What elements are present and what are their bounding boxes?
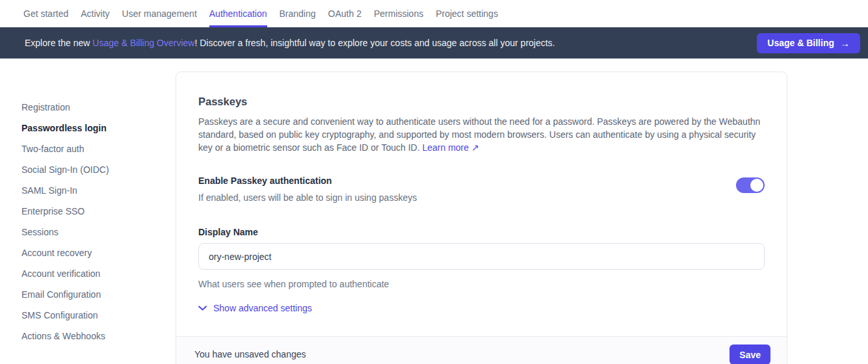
nav-tab-get-started[interactable]: Get started: [23, 0, 68, 27]
usage-billing-overview-link[interactable]: Usage & Billing Overview: [92, 38, 194, 48]
nav-tab-activity[interactable]: Activity: [81, 0, 109, 27]
learn-more-link[interactable]: Learn more ↗: [422, 142, 479, 153]
sidebar-item-email-configuration[interactable]: Email Configuration: [21, 289, 164, 301]
show-advanced-settings-label: Show advanced settings: [213, 303, 312, 313]
nav-tab-user-management[interactable]: User management: [122, 0, 197, 27]
learn-more-label: Learn more: [422, 142, 469, 153]
banner-message: Explore the new Usage & Billing Overview…: [25, 38, 757, 48]
sidebar-item-social-sign-in-oidc-[interactable]: Social Sign-In (OIDC): [21, 164, 164, 176]
sidebar-item-passwordless-login[interactable]: Passwordless login: [21, 122, 164, 135]
sidebar-item-saml-sign-in[interactable]: SAML Sign-In: [21, 185, 164, 197]
external-link-icon: ↗: [471, 142, 479, 153]
sidebar-item-account-verification[interactable]: Account verification: [21, 268, 164, 280]
passkeys-card: Passkeys Passkeys are a secure and conve…: [176, 72, 787, 364]
banner-text-prefix: Explore the new: [25, 38, 92, 48]
banner-text-suffix: ! Discover a fresh, insightful way to ex…: [194, 38, 555, 48]
sidebar-item-account-recovery[interactable]: Account recovery: [21, 247, 164, 259]
nav-tab-permissions[interactable]: Permissions: [374, 0, 423, 27]
description-text: Passkeys are a secure and convenient way…: [198, 116, 760, 153]
show-advanced-settings[interactable]: Show advanced settings: [198, 303, 312, 313]
enable-passkey-row: Enable Passkey authentication If enabled…: [198, 176, 765, 203]
sidebar-item-sessions[interactable]: Sessions: [21, 226, 164, 239]
display-name-help: What users see when prompted to authenti…: [198, 279, 765, 289]
section-description: Passkeys are a secure and convenient way…: [198, 115, 765, 154]
display-name-field: Display Name What users see when prompte…: [198, 227, 765, 289]
sidebar-item-actions-webhooks[interactable]: Actions & Webhooks: [21, 330, 164, 343]
section-title: Passkeys: [198, 96, 765, 108]
save-bar: You have unsaved changes Save: [176, 336, 787, 364]
sidebar-item-two-factor-auth[interactable]: Two-factor auth: [21, 143, 164, 155]
nav-tab-branding[interactable]: Branding: [280, 0, 316, 27]
app-root: Get startedActivityUser managementAuthen…: [0, 0, 868, 364]
usage-billing-button-label: Usage & Billing: [767, 38, 834, 48]
usage-billing-banner: Explore the new Usage & Billing Overview…: [0, 27, 868, 58]
unsaved-changes-status: You have unsaved changes: [194, 344, 306, 364]
chevron-down-icon: [198, 306, 207, 311]
display-name-label: Display Name: [198, 227, 765, 237]
enable-passkey-label: Enable Passkey authentication: [198, 176, 417, 186]
toggle-knob: [750, 179, 763, 192]
display-name-input[interactable]: [198, 243, 765, 270]
save-button[interactable]: Save: [730, 344, 770, 364]
sidebar-item-registration[interactable]: Registration: [21, 101, 164, 114]
enable-passkey-help: If enabled, users will be able to sign i…: [198, 192, 417, 203]
nav-tab-authentication[interactable]: Authentication: [209, 0, 267, 27]
enable-passkey-toggle[interactable]: [736, 177, 765, 193]
nav-tab-oauth-2[interactable]: OAuth 2: [328, 0, 362, 27]
enable-passkey-texts: Enable Passkey authentication If enabled…: [198, 176, 417, 203]
arrow-right-icon: →: [840, 38, 850, 49]
usage-billing-button[interactable]: Usage & Billing →: [757, 33, 860, 53]
sidebar-item-sms-configuration[interactable]: SMS Configuration: [21, 309, 164, 322]
settings-sidebar: RegistrationPasswordless loginTwo-factor…: [21, 101, 164, 351]
top-nav: Get startedActivityUser managementAuthen…: [0, 0, 868, 27]
nav-tab-project-settings[interactable]: Project settings: [436, 0, 498, 27]
sidebar-item-enterprise-sso[interactable]: Enterprise SSO: [21, 205, 164, 218]
content-area: RegistrationPasswordless loginTwo-factor…: [0, 58, 868, 364]
